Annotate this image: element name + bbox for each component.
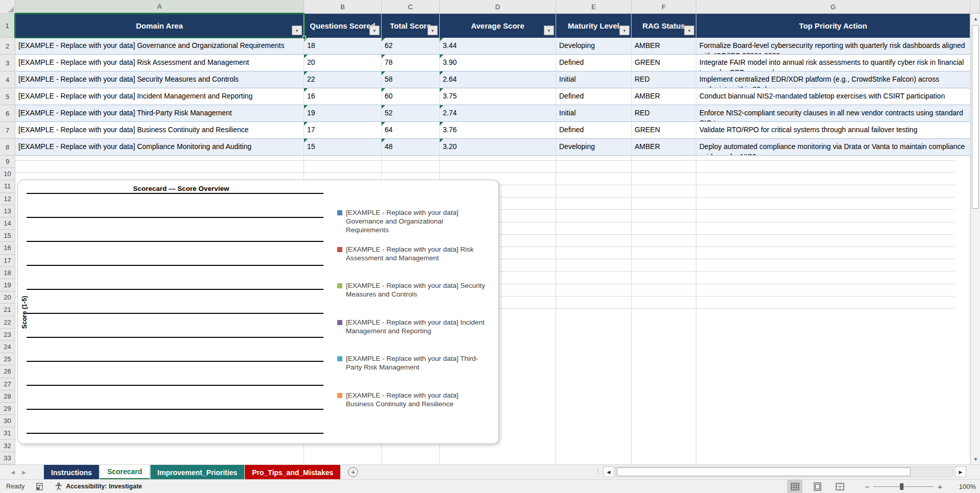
cell-r3-total[interactable]: 78 (382, 55, 440, 71)
cell-r3-rag[interactable]: GREEN (632, 55, 696, 71)
cell-r3-action[interactable]: Integrate FAIR model into annual risk as… (696, 55, 970, 71)
row-header-7[interactable]: 7 (0, 122, 15, 139)
cell-r5-action[interactable]: Conduct biannual NIS2-mandated tabletop … (696, 88, 970, 105)
row-header-12[interactable]: 12 (0, 193, 15, 205)
row-header-29[interactable]: 29 (0, 403, 15, 415)
cell-r2-questions[interactable]: 18 (304, 38, 382, 55)
cell-r2-maturity[interactable]: Developing (556, 38, 632, 55)
row-header-13[interactable]: 13 (0, 205, 15, 217)
filter-dropdown-icon[interactable]: ▾ (292, 26, 302, 35)
table-header-average[interactable]: Average Score▾ (440, 14, 556, 38)
row-header-24[interactable]: 24 (0, 341, 15, 353)
row-header-27[interactable]: 27 (0, 378, 15, 390)
legend-item[interactable]: [EXAMPLE - Replace with your data] Risk … (337, 245, 490, 262)
filter-dropdown-icon[interactable]: ▾ (619, 26, 630, 35)
row-header-30[interactable]: 30 (0, 415, 15, 427)
row-header-4[interactable]: 4 (0, 71, 15, 88)
cell-r2-rag[interactable]: AMBER (632, 38, 696, 55)
cell-r8-total[interactable]: 48 (382, 139, 440, 156)
legend-item[interactable]: [EXAMPLE - Replace with your data] Gover… (337, 208, 490, 234)
cell-r5-rag[interactable]: AMBER (632, 88, 696, 105)
cell-r5-questions[interactable]: 16 (304, 88, 382, 105)
normal-view-button[interactable] (787, 480, 802, 493)
row-header-31[interactable]: 31 (0, 427, 15, 439)
table-header-maturity[interactable]: Maturity Level▾ (556, 14, 632, 38)
scroll-right-icon[interactable]: ▶ (955, 466, 966, 477)
horizontal-scrollbar-thumb[interactable] (617, 467, 911, 476)
cell-r8-maturity[interactable]: Developing (556, 139, 632, 156)
row-header-28[interactable]: 28 (0, 390, 15, 403)
column-header-d[interactable]: D (440, 0, 556, 14)
scroll-up-icon[interactable]: ▲ (971, 14, 980, 24)
cell-r4-questions[interactable]: 22 (304, 71, 382, 88)
cell-r4-maturity[interactable]: Initial (556, 71, 632, 88)
row-header-8[interactable]: 8 (0, 139, 15, 156)
cell-r4-domain[interactable]: [EXAMPLE - Replace with your data] Secur… (15, 71, 304, 88)
accessibility-status[interactable]: Accessibility: Investigate (66, 483, 142, 490)
cell-r8-rag[interactable]: AMBER (632, 139, 696, 156)
cell-r3-average[interactable]: 3.90 (440, 55, 556, 71)
row-header-15[interactable]: 15 (0, 230, 15, 242)
row-header-19[interactable]: 19 (0, 279, 15, 291)
cell-r6-average[interactable]: 2.74 (440, 105, 556, 122)
cell-r2-total[interactable]: 62 (382, 38, 440, 55)
embedded-chart[interactable]: Scorecard — Score Overview Score (1-5) [… (17, 180, 499, 444)
select-all-corner[interactable] (0, 0, 15, 14)
cell-r5-average[interactable]: 3.75 (440, 88, 556, 105)
cell-r7-total[interactable]: 64 (382, 122, 440, 139)
column-header-c[interactable]: C (382, 0, 440, 14)
scroll-left-icon[interactable]: ◀ (603, 466, 614, 477)
row-header-26[interactable]: 26 (0, 365, 15, 378)
tab-scroll-left-icon[interactable]: ◀ (7, 465, 18, 479)
cell-r5-domain[interactable]: [EXAMPLE - Replace with your data] Incid… (15, 88, 304, 105)
cell-r8-average[interactable]: 3.20 (440, 139, 556, 156)
sheet-tab-pro_tips_and_mistakes[interactable]: Pro_Tips_and_Mistakes (245, 465, 340, 480)
filter-dropdown-icon[interactable]: ▾ (684, 26, 694, 35)
new-sheet-button[interactable]: + (348, 467, 358, 477)
cell-r7-rag[interactable]: GREEN (632, 122, 696, 139)
row-header-20[interactable]: 20 (0, 291, 15, 304)
cell-r7-domain[interactable]: [EXAMPLE - Replace with your data] Busin… (15, 122, 304, 139)
macro-record-icon[interactable] (36, 483, 43, 490)
cell-r2-action[interactable]: Formalize Board-level cybersecurity repo… (696, 38, 970, 55)
cell-r8-questions[interactable]: 15 (304, 139, 382, 156)
cell-r4-action[interactable]: Implement centralized EDR/XDR platform (… (696, 71, 970, 88)
tab-scroll-right-icon[interactable]: ▶ (18, 465, 30, 479)
cell-r7-average[interactable]: 3.76 (440, 122, 556, 139)
cell-r8-domain[interactable]: [EXAMPLE - Replace with your data] Compl… (15, 139, 304, 156)
accessibility-icon[interactable] (55, 482, 63, 490)
sheet-tab-improvement_priorities[interactable]: Improvement_Priorities (150, 465, 244, 480)
cell-r3-domain[interactable]: [EXAMPLE - Replace with your data] Risk … (15, 55, 304, 71)
row-header-5[interactable]: 5 (0, 88, 15, 105)
cell-r6-questions[interactable]: 19 (304, 105, 382, 122)
cell-r7-action[interactable]: Validate RTO/RPO for critical systems th… (696, 122, 970, 139)
cell-r3-maturity[interactable]: Defined (556, 55, 632, 71)
row-header-11[interactable]: 11 (0, 180, 15, 192)
legend-item[interactable]: [EXAMPLE - Replace with your data] Third… (337, 354, 490, 372)
page-break-preview-button[interactable] (832, 480, 847, 493)
row-header-25[interactable]: 25 (0, 353, 15, 365)
column-header-f[interactable]: F (632, 0, 696, 14)
row-header-32[interactable]: 32 (0, 440, 15, 452)
sheet-tab-instructions[interactable]: Instructions (44, 465, 99, 480)
table-header-domain[interactable]: Domain Area▾ (15, 14, 304, 38)
cell-r6-rag[interactable]: RED (632, 105, 696, 122)
table-header-action[interactable]: Top Priority Action (696, 14, 970, 38)
filter-dropdown-icon[interactable]: ▾ (369, 26, 380, 35)
row-header-21[interactable]: 21 (0, 304, 15, 316)
cell-r2-average[interactable]: 3.44 (440, 38, 556, 55)
cell-r6-total[interactable]: 52 (382, 105, 440, 122)
cell-r5-total[interactable]: 60 (382, 88, 440, 105)
row-header-18[interactable]: 18 (0, 267, 15, 279)
row-header-17[interactable]: 17 (0, 255, 15, 267)
row-header-14[interactable]: 14 (0, 217, 15, 230)
zoom-out-icon[interactable]: − (861, 482, 873, 491)
cell-r3-questions[interactable]: 20 (304, 55, 382, 71)
cell-r5-maturity[interactable]: Defined (556, 88, 632, 105)
cell-r2-domain[interactable]: [EXAMPLE - Replace with your data] Gover… (15, 38, 304, 55)
cell-r4-rag[interactable]: RED (632, 71, 696, 88)
row-header-22[interactable]: 22 (0, 316, 15, 329)
filter-dropdown-icon[interactable]: ▾ (544, 26, 554, 35)
horizontal-scrollbar[interactable] (615, 466, 953, 477)
column-header-e[interactable]: E (556, 0, 632, 14)
